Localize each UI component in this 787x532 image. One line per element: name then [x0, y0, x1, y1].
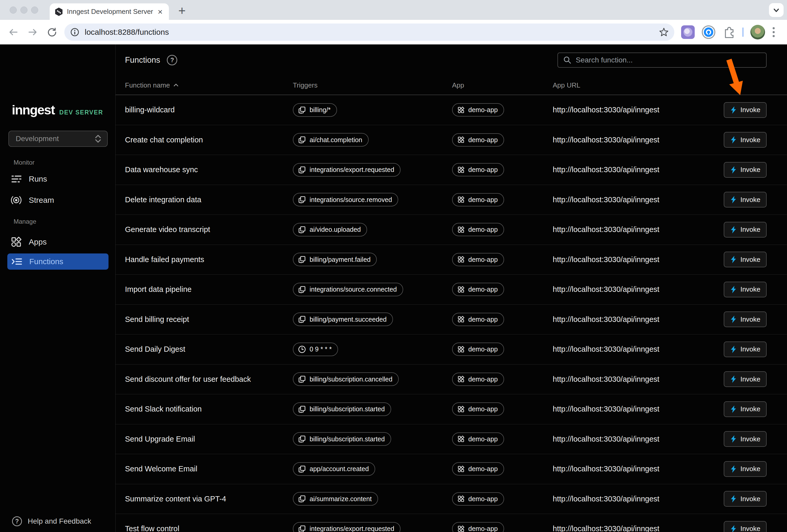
table-row[interactable]: Send Welcome Email app/account.created	[115, 454, 787, 484]
app-url: http://localhost:3030/api/inngest	[553, 525, 724, 532]
bookmark-star-icon[interactable]	[659, 27, 668, 37]
trigger-label: ai/video.uploaded	[310, 226, 361, 233]
table-row[interactable]: Generate video transcript ai/video.uploa…	[115, 215, 787, 245]
invoke-button[interactable]: Invoke	[724, 252, 767, 267]
app-grid-icon	[457, 465, 465, 473]
forward-icon[interactable]	[28, 28, 38, 37]
url-text[interactable]: localhost:8288/functions	[85, 28, 659, 37]
search-input[interactable]	[576, 56, 761, 64]
trigger-label: billing/*	[310, 106, 331, 114]
app-badge: demo-app	[452, 373, 504, 386]
table-row[interactable]: Send Daily Digest 0 9 * * *	[115, 334, 787, 364]
invoke-button[interactable]: Invoke	[724, 341, 767, 357]
app-label: demo-app	[468, 256, 498, 263]
inngest-logo: inngest DEV SERVER	[12, 103, 103, 117]
page-help-icon[interactable]: ?	[167, 55, 177, 65]
app-label: demo-app	[468, 106, 498, 114]
table-row[interactable]: Import data pipeline integrations/source…	[115, 274, 787, 305]
table-row[interactable]: Summarize content via GPT-4 ai/summarize…	[115, 484, 787, 514]
table-row[interactable]: Test flow control integrations/export.re…	[115, 514, 787, 532]
url-bar[interactable]: localhost:8288/functions	[64, 23, 674, 41]
function-name: Summarize content via GPT-4	[115, 495, 293, 503]
app-url: http://localhost:3030/api/inngest	[553, 225, 724, 234]
column-function-name[interactable]: Function name	[115, 81, 293, 89]
invoke-button[interactable]: Invoke	[724, 132, 767, 148]
help-and-feedback[interactable]: ? Help and Feedback	[12, 516, 91, 526]
section-label-monitor: Monitor	[14, 159, 35, 166]
logo-wordmark: inngest	[12, 103, 55, 117]
table-row[interactable]: Send discount offer for user feedback bi…	[115, 364, 787, 395]
function-name: Send discount offer for user feedback	[115, 375, 293, 383]
trigger-badge: ai/chat.completion	[293, 133, 369, 147]
sidebar-item-apps[interactable]: Apps	[10, 235, 46, 249]
function-name: Send Upgrade Email	[115, 435, 293, 443]
window-minimize-button[interactable]	[20, 6, 27, 14]
browser-tab[interactable]: Inngest Development Server ×	[50, 3, 169, 20]
back-icon[interactable]	[8, 28, 18, 37]
sidebar-item-stream[interactable]: Stream	[10, 193, 54, 207]
table-row[interactable]: Send Slack notification billing/subscrip…	[115, 394, 787, 424]
sidebar-item-runs[interactable]: Runs	[10, 172, 47, 186]
invoke-button[interactable]: Invoke	[724, 461, 767, 477]
window-zoom-button[interactable]	[31, 6, 38, 14]
invoke-button[interactable]: Invoke	[724, 222, 767, 238]
extension-icon[interactable]	[681, 25, 695, 39]
app-grid-icon	[457, 376, 465, 383]
window-close-button[interactable]	[10, 6, 17, 14]
app-badge: demo-app	[452, 283, 504, 296]
table-row[interactable]: Handle failed payments billing/payment.f…	[115, 245, 787, 275]
table-row[interactable]: Create chat completion ai/chat.completio…	[115, 125, 787, 155]
sidebar-item-label: Functions	[29, 257, 63, 266]
invoke-button[interactable]: Invoke	[724, 521, 767, 532]
trigger-badge: 0 9 * * *	[293, 342, 338, 356]
table-row[interactable]: Data warehouse sync integrations/export.…	[115, 155, 787, 185]
sidebar-item-functions[interactable]: Functions	[7, 253, 108, 270]
invoke-button[interactable]: Invoke	[724, 491, 767, 507]
select-chevrons-icon	[94, 134, 102, 143]
onepassword-icon[interactable]	[702, 25, 716, 39]
lightning-bolt-icon	[730, 315, 737, 323]
app-grid-icon	[457, 316, 465, 323]
trigger-label: integrations/source.removed	[310, 196, 392, 203]
table-row[interactable]: Send billing receipt billing/payment.suc…	[115, 305, 787, 335]
tab-close-icon[interactable]: ×	[156, 7, 164, 16]
table-row[interactable]: Send Upgrade Email billing/subscription.…	[115, 424, 787, 455]
invoke-label: Invoke	[741, 375, 761, 383]
new-tab-button[interactable]: +	[175, 3, 189, 18]
inngest-favicon	[55, 7, 63, 16]
sidebar-item-label: Apps	[29, 238, 46, 246]
invoke-button[interactable]: Invoke	[724, 162, 767, 178]
trigger-label: integrations/source.connected	[310, 286, 397, 293]
app-grid-icon	[457, 166, 465, 174]
app-grid-icon	[457, 286, 465, 293]
reload-icon[interactable]	[47, 27, 57, 37]
invoke-button[interactable]: Invoke	[724, 401, 767, 417]
browser-menu-icon[interactable]	[772, 26, 775, 39]
event-icon	[298, 405, 306, 413]
extensions-puzzle-icon[interactable]	[722, 26, 736, 39]
lightning-bolt-icon	[730, 495, 737, 503]
invoke-button[interactable]: Invoke	[724, 102, 767, 118]
app-badge: demo-app	[452, 193, 504, 206]
table-row[interactable]: billing-wildcard billing/*	[115, 95, 787, 125]
main-panel: Functions ? Function name Tri	[115, 44, 787, 532]
invoke-label: Invoke	[741, 285, 761, 293]
window-controls[interactable]	[10, 6, 38, 14]
invoke-button[interactable]: Invoke	[724, 371, 767, 387]
invoke-button[interactable]: Invoke	[724, 431, 767, 447]
trigger-badge: integrations/export.requested	[293, 522, 401, 532]
invoke-button[interactable]: Invoke	[724, 311, 767, 327]
app-badge: demo-app	[452, 522, 504, 532]
site-info-icon[interactable]	[70, 27, 80, 37]
app-badge: demo-app	[452, 223, 504, 236]
environment-selector[interactable]: Development	[8, 131, 108, 147]
app-url: http://localhost:3030/api/inngest	[553, 165, 724, 174]
section-label-manage: Manage	[14, 218, 36, 225]
table-row[interactable]: Delete integration data integrations/sou…	[115, 185, 787, 215]
search-box[interactable]	[557, 52, 767, 68]
profile-avatar[interactable]	[750, 25, 765, 40]
tab-search-button[interactable]	[769, 3, 784, 17]
dev-server-badge: DEV SERVER	[59, 109, 103, 116]
invoke-button[interactable]: Invoke	[724, 192, 767, 207]
invoke-button[interactable]: Invoke	[724, 282, 767, 297]
